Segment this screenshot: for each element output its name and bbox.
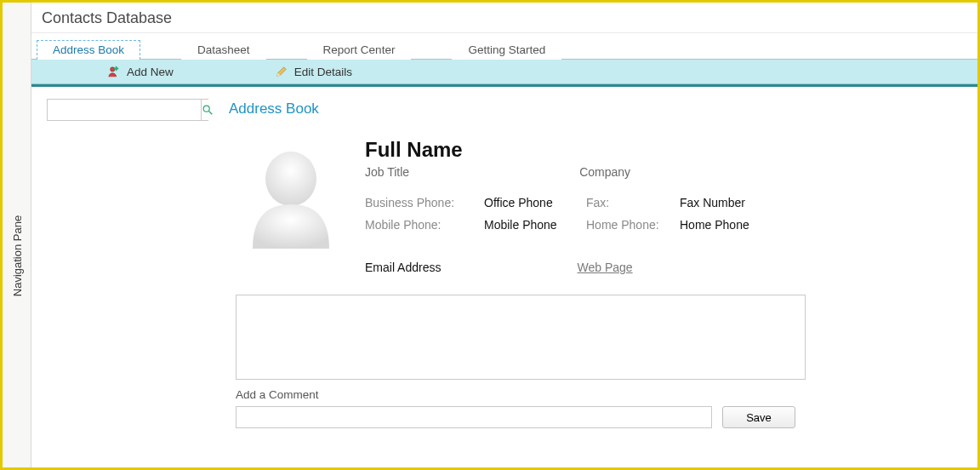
label-mobile-phone: Mobile Phone: (365, 218, 484, 232)
add-comment-label: Add a Comment (236, 388, 806, 401)
main-area: Contacts Database Address Book Datasheet… (31, 3, 977, 467)
value-office-phone: Office Phone (484, 196, 586, 209)
tab-label: Report Center (323, 43, 396, 56)
pencil-icon (276, 66, 288, 77)
contact-job-title: Job Title (365, 165, 409, 179)
label-home-phone: Home Phone: (586, 218, 680, 232)
contact-web-page-link[interactable]: Web Page (577, 261, 632, 274)
comments-section: Add a Comment Save (31, 283, 806, 428)
toolbar-divider (31, 84, 977, 87)
contact-full-name: Full Name (365, 138, 790, 162)
tab-report-center[interactable]: Report Center (307, 40, 412, 60)
add-person-icon (108, 66, 120, 77)
navigation-pane-label: Navigation Pane (10, 215, 23, 296)
contact-company: Company (579, 165, 630, 179)
search-field-wrap (47, 99, 208, 121)
add-comment-input-row: Save (236, 406, 806, 428)
search-input[interactable] (48, 100, 201, 120)
save-button-label: Save (746, 411, 772, 424)
tab-label: Datasheet (197, 43, 250, 56)
add-new-label: Add New (127, 66, 174, 78)
add-new-button[interactable]: Add New (108, 66, 174, 78)
avatar (236, 138, 346, 249)
edit-details-button[interactable]: Edit Details (276, 66, 352, 78)
search-icon (202, 104, 214, 116)
tab-label: Address Book (53, 43, 124, 56)
section-title: Address Book (229, 99, 319, 118)
label-business-phone: Business Phone: (365, 196, 484, 209)
svg-point-3 (203, 106, 209, 112)
tabs-row: Address Book Datasheet Report Center Get… (31, 33, 977, 59)
contact-email: Email Address (365, 261, 441, 274)
svg-point-6 (265, 152, 316, 206)
comments-display (236, 295, 806, 380)
value-home-phone: Home Phone (680, 218, 790, 232)
svg-rect-2 (114, 68, 118, 70)
tab-address-book[interactable]: Address Book (37, 40, 140, 60)
contact-links-row: Email Address Web Page (365, 261, 790, 274)
contact-info: Full Name Job Title Company Business Pho… (365, 138, 790, 283)
add-comment-row: Add a Comment Save (236, 388, 806, 428)
app-title: Contacts Database (31, 3, 977, 33)
tab-label: Getting Started (468, 43, 545, 56)
contact-phone-grid: Business Phone: Office Phone Fax: Fax Nu… (365, 196, 790, 232)
save-button[interactable]: Save (722, 406, 795, 428)
contact-subheading: Job Title Company (365, 165, 790, 179)
toolbar: Add New Edit Details (31, 59, 977, 84)
svg-line-4 (209, 112, 213, 115)
add-comment-input[interactable] (236, 406, 712, 428)
body-header-row: Address Book (31, 99, 977, 121)
tab-getting-started[interactable]: Getting Started (452, 40, 561, 60)
edit-details-label: Edit Details (294, 66, 352, 78)
value-mobile-phone: Mobile Phone (484, 218, 586, 232)
tab-datasheet[interactable]: Datasheet (181, 40, 266, 60)
contact-card: Full Name Job Title Company Business Pho… (31, 121, 977, 283)
label-fax: Fax: (586, 196, 680, 209)
value-fax-number: Fax Number (680, 196, 790, 209)
search-button[interactable] (201, 100, 214, 120)
navigation-pane-strip[interactable]: Navigation Pane (3, 3, 31, 467)
